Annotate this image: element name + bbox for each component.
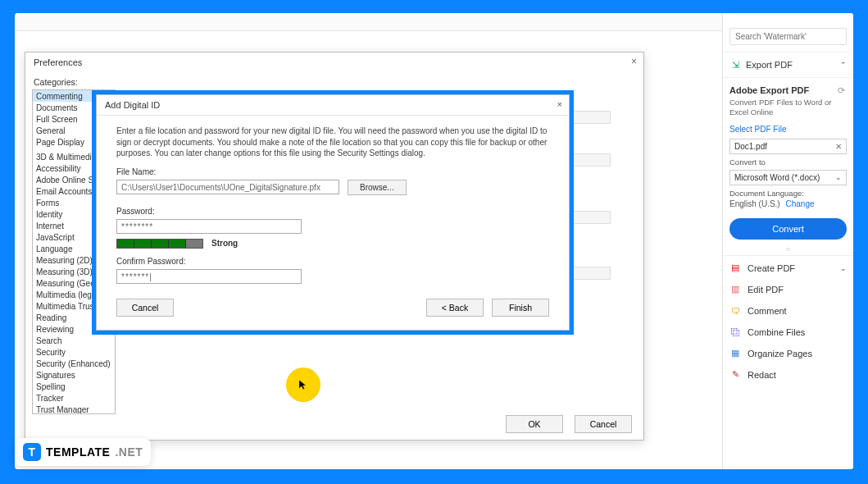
strength-bar: [116, 239, 203, 249]
selected-doc-field[interactable]: Doc1.pdf ✕: [729, 139, 847, 154]
redact-icon: ✎: [729, 369, 741, 381]
confirm-password-label: Confirm Password:: [116, 257, 549, 266]
comment-label: Comment: [748, 306, 787, 316]
back-button[interactable]: < Back: [426, 299, 484, 317]
file-name-input[interactable]: C:\Users\User1\Documents\UOne_DigitalSig…: [116, 180, 339, 194]
edit-pdf-icon: ▥: [729, 284, 741, 295]
convert-to-select[interactable]: Microsoft Word (*.docx) ⌄: [729, 170, 847, 185]
create-pdf-icon: ▤: [729, 263, 741, 274]
category-item[interactable]: Security: [33, 346, 115, 358]
cancel-button[interactable]: Cancel: [116, 299, 174, 317]
file-name-label: File Name:: [116, 167, 549, 176]
combine-label: Combine Files: [748, 327, 805, 337]
add-digital-id-dialog: Add Digital ID × Enter a file location a…: [96, 94, 570, 331]
ghost-button: [570, 111, 611, 124]
close-icon[interactable]: ×: [557, 99, 562, 109]
dialog-title: Add Digital ID: [105, 100, 160, 110]
organize-label: Organize Pages: [748, 349, 812, 358]
chevron-down-icon: ⌄: [835, 173, 842, 181]
category-item[interactable]: Spelling: [33, 381, 115, 392]
comment-item[interactable]: 🗨 Comment: [723, 300, 853, 322]
strength-label: Strong: [211, 239, 238, 248]
adobe-export-title: Adobe Export PDF: [729, 85, 809, 95]
ghost-button: [570, 153, 611, 167]
template-net-badge: T TEMPLATE.NET: [15, 438, 151, 466]
export-pdf-header[interactable]: ⇲ Export PDF ⌃: [723, 54, 853, 75]
category-item[interactable]: Trust Manager: [33, 404, 115, 414]
ghost-button: [570, 267, 611, 280]
refresh-icon[interactable]: ⟳: [835, 84, 847, 96]
password-input[interactable]: ********: [116, 219, 302, 234]
categories-label: Categories:: [25, 72, 643, 89]
convert-button[interactable]: Convert: [729, 218, 847, 240]
chevron-up-icon: ⌃: [840, 61, 847, 69]
chevron-down-icon: ⌄: [840, 264, 847, 272]
search-input[interactable]: [729, 28, 847, 45]
finish-button[interactable]: Finish: [492, 299, 549, 317]
preferences-title: Preferences: [34, 57, 82, 67]
convert-to-value: Microsoft Word (*.docx): [734, 173, 820, 182]
browse-button[interactable]: Browse...: [348, 180, 407, 195]
close-icon[interactable]: ×: [631, 56, 637, 67]
section-circle-icon: ○: [723, 244, 853, 253]
create-pdf-label: Create PDF: [748, 263, 795, 273]
dialog-description: Enter a file location and password for y…: [116, 126, 549, 159]
change-lang-link[interactable]: Change: [782, 199, 814, 208]
redact-item[interactable]: ✎ Redact: [723, 364, 853, 386]
export-pdf-label: Export PDF: [746, 60, 793, 70]
convert-to-label: Convert to: [729, 158, 847, 167]
doc-lang-label: Document Language:: [729, 189, 847, 198]
cancel-button[interactable]: Cancel: [575, 415, 632, 433]
badge-net: .NET: [115, 445, 143, 459]
create-pdf-item[interactable]: ▤ Create PDF ⌄: [723, 258, 853, 279]
category-item[interactable]: Signatures: [33, 369, 115, 381]
add-digital-id-highlight: Add Digital ID × Enter a file location a…: [92, 90, 574, 335]
category-item[interactable]: Search: [33, 335, 115, 346]
password-strength: Strong: [116, 239, 549, 249]
clear-doc-icon[interactable]: ✕: [835, 142, 842, 151]
redact-label: Redact: [748, 370, 776, 380]
doc-lang-value: English (U.S.): [729, 199, 780, 208]
ok-button[interactable]: OK: [506, 415, 563, 433]
badge-brand: TEMPLATE: [46, 445, 110, 459]
export-pdf-icon: ⇲: [729, 59, 741, 71]
organize-icon: ▦: [729, 348, 741, 359]
comment-icon: 🗨: [729, 305, 741, 317]
password-label: Password:: [116, 207, 549, 216]
adobe-export-subtitle: Convert PDF Files to Word or Excel Onlin…: [723, 96, 853, 123]
cursor-icon: [298, 379, 309, 390]
category-item[interactable]: Security (Enhanced): [33, 358, 115, 369]
combine-icon: ⿻: [729, 326, 741, 338]
selected-doc-name: Doc1.pdf: [734, 142, 767, 151]
search-tools[interactable]: [729, 28, 847, 45]
category-item[interactable]: Tracker: [33, 392, 115, 404]
cursor-highlight: [286, 368, 320, 402]
combine-files-item[interactable]: ⿻ Combine Files: [723, 322, 853, 343]
template-logo-icon: T: [23, 443, 41, 461]
select-pdf-link[interactable]: Select PDF File: [723, 123, 853, 135]
confirm-password-input[interactable]: *******|: [116, 269, 302, 284]
ghost-button: [570, 211, 611, 224]
tools-panel: ⇲ Export PDF ⌃ Adobe Export PDF ⟳ Conver…: [722, 13, 853, 469]
edit-pdf-item[interactable]: ▥ Edit PDF: [723, 279, 853, 300]
edit-pdf-label: Edit PDF: [748, 285, 784, 295]
organize-pages-item[interactable]: ▦ Organize Pages: [723, 343, 853, 364]
